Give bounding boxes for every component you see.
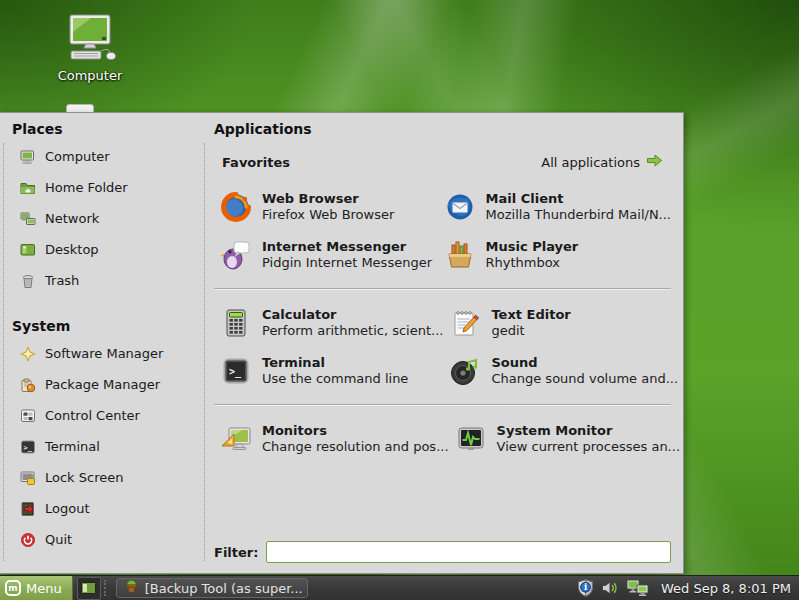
- app-title: Mail Client: [486, 191, 671, 207]
- network-icon: [20, 211, 36, 227]
- app-description: Firefox Web Browser: [262, 207, 394, 223]
- window-button-backup-tool[interactable]: [Backup Tool (as super...: [116, 578, 308, 598]
- group-separator: [214, 288, 671, 290]
- app-item-monitors[interactable]: Monitors Change resolution and pos...: [214, 415, 449, 463]
- menu-button[interactable]: m Menu: [0, 576, 73, 600]
- favorites-group-1: Web Browser Firefox Web Browser: [214, 179, 671, 283]
- all-applications-button[interactable]: All applications: [541, 153, 663, 171]
- menu-item-quit[interactable]: Quit: [12, 524, 206, 555]
- menu-item-logout[interactable]: Logout: [12, 493, 206, 524]
- sound-icon: [449, 355, 481, 387]
- menu-item-computer[interactable]: Computer: [12, 141, 206, 172]
- app-item-sound[interactable]: Sound Change sound volume and...: [443, 347, 678, 395]
- app-item-internet-messenger[interactable]: Internet Messenger Pidgin Internet Messe…: [214, 231, 438, 279]
- menu-item-home-folder[interactable]: Home Folder: [12, 172, 206, 203]
- app-item-text-editor[interactable]: Text Editor gedit: [443, 299, 678, 347]
- app-description: gedit: [491, 323, 570, 339]
- show-desktop-button[interactable]: [77, 577, 101, 600]
- app-item-music-player[interactable]: Music Player Rhythmbox: [438, 231, 671, 279]
- desktop-icon-computer[interactable]: Computer: [48, 14, 132, 83]
- menu-item-terminal[interactable]: >_ Terminal: [12, 431, 206, 462]
- system-tray: i: [577, 579, 799, 597]
- terminal-app-icon: >_: [220, 355, 252, 387]
- app-title: Sound: [491, 355, 678, 371]
- system-section-title: System: [12, 318, 206, 334]
- volume-icon[interactable]: [601, 580, 619, 596]
- menu-left-column: Places Computer: [0, 113, 206, 573]
- panel-drag-handle[interactable]: [104, 580, 113, 596]
- app-title: Internet Messenger: [262, 239, 432, 255]
- menu-item-control-center[interactable]: Control Center: [12, 400, 206, 431]
- applications-section-title: Applications: [214, 121, 671, 137]
- home-folder-icon: [20, 180, 36, 196]
- svg-text:>_: >_: [24, 443, 33, 451]
- favorites-group-3: Monitors Change resolution and pos...: [214, 411, 671, 467]
- update-shield-icon[interactable]: i: [577, 579, 594, 597]
- menu-right-column: Applications Favorites All applications: [206, 113, 683, 573]
- app-description: Pidgin Internet Messenger: [262, 255, 432, 271]
- favorites-group-2: Calculator Perform arithmetic, scient...: [214, 295, 671, 399]
- desktop-icon: [20, 242, 36, 258]
- lock-screen-icon: [20, 470, 36, 486]
- app-description: View current processes an...: [497, 439, 680, 455]
- firefox-icon: [220, 191, 252, 223]
- app-title: Terminal: [262, 355, 408, 371]
- system-monitor-icon: [455, 423, 487, 455]
- network-tray-icon[interactable]: [626, 579, 650, 597]
- app-title: Calculator: [262, 307, 443, 323]
- mint-logo-icon: m: [5, 580, 21, 596]
- show-desktop-icon: [81, 579, 96, 598]
- filter-row: Filter:: [214, 541, 671, 563]
- thunderbird-icon: [444, 191, 476, 223]
- app-title: Web Browser: [262, 191, 394, 207]
- app-title: Music Player: [486, 239, 579, 255]
- app-description: Mozilla Thunderbird Mail/N...: [486, 207, 671, 223]
- app-title: Monitors: [262, 423, 449, 439]
- menu-item-label: Computer: [45, 149, 110, 164]
- app-title: Text Editor: [491, 307, 570, 323]
- terminal-icon: >_: [20, 439, 36, 455]
- menu-item-lock-screen[interactable]: Lock Screen: [12, 462, 206, 493]
- menu-item-network[interactable]: Network: [12, 203, 206, 234]
- package-manager-icon: [20, 377, 36, 393]
- menu-item-label: Quit: [45, 532, 72, 547]
- control-center-icon: [20, 408, 36, 424]
- menu-item-trash[interactable]: Trash: [12, 265, 206, 296]
- text-editor-icon: [449, 307, 481, 339]
- menu-item-desktop[interactable]: Desktop: [12, 234, 206, 265]
- menu-item-label: Package Manager: [45, 377, 160, 392]
- menu-item-label: Logout: [45, 501, 90, 516]
- taskbar-panel: m Menu [Backup Tool (as super.: [0, 575, 799, 600]
- app-title: System Monitor: [497, 423, 680, 439]
- menu-item-label: Terminal: [45, 439, 100, 454]
- app-item-system-monitor[interactable]: System Monitor View current processes an…: [449, 415, 680, 463]
- app-description: Perform arithmetic, scient...: [262, 323, 443, 339]
- filter-input[interactable]: [266, 541, 671, 563]
- app-item-mail-client[interactable]: Mail Client Mozilla Thunderbird Mail/N..…: [438, 183, 671, 231]
- desktop-icon-label: Computer: [48, 68, 132, 83]
- mint-menu-popup: Places Computer: [0, 112, 684, 574]
- app-item-terminal[interactable]: >_ Terminal Use the command line: [214, 347, 443, 395]
- menu-button-label: Menu: [26, 581, 62, 596]
- app-item-calculator[interactable]: Calculator Perform arithmetic, scient...: [214, 299, 443, 347]
- svg-text:i: i: [584, 582, 587, 592]
- menu-item-label: Trash: [45, 273, 79, 288]
- desktop-wallpaper: Computer Places Computer: [0, 0, 799, 600]
- computer-icon: [20, 149, 36, 165]
- trash-icon: [20, 273, 36, 289]
- rhythmbox-icon: [444, 239, 476, 271]
- all-applications-label: All applications: [541, 155, 640, 170]
- menu-item-software-manager[interactable]: Software Manager: [12, 338, 206, 369]
- filter-label: Filter:: [214, 545, 258, 560]
- menu-item-package-manager[interactable]: Package Manager: [12, 369, 206, 400]
- menu-item-label: Desktop: [45, 242, 99, 257]
- backup-tool-icon: [124, 579, 139, 597]
- panel-clock[interactable]: Wed Sep 8, 8:01 PM: [661, 581, 791, 596]
- app-item-web-browser[interactable]: Web Browser Firefox Web Browser: [214, 183, 438, 231]
- favorites-row: Favorites All applications: [222, 153, 663, 171]
- pidgin-icon: [220, 239, 252, 271]
- app-description: Change resolution and pos...: [262, 439, 449, 455]
- calculator-icon: [220, 307, 252, 339]
- menu-item-label: Software Manager: [45, 346, 163, 361]
- quit-icon: [20, 532, 36, 548]
